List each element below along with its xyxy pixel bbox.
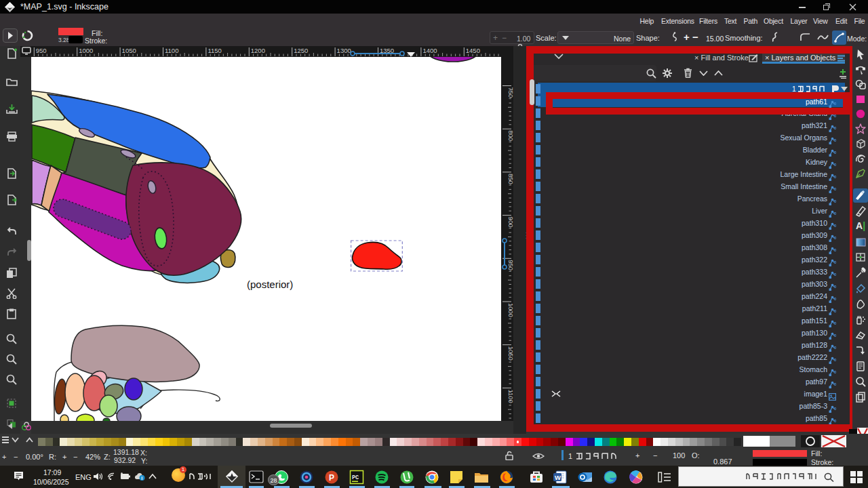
svg-text:P: P bbox=[329, 473, 334, 483]
svg-text:1000: 1000 bbox=[79, 47, 93, 54]
svg-text:PC: PC bbox=[352, 474, 359, 481]
svg-text:850: 850 bbox=[507, 174, 513, 184]
svg-text:1050: 1050 bbox=[122, 47, 136, 54]
svg-text:1150: 1150 bbox=[208, 47, 221, 54]
svg-text:1200: 1200 bbox=[251, 47, 265, 54]
svg-text:1400: 1400 bbox=[422, 47, 437, 54]
svg-text:1100: 1100 bbox=[165, 47, 178, 54]
svg-text:900: 900 bbox=[507, 217, 513, 228]
svg-text:1250: 1250 bbox=[294, 47, 308, 54]
svg-text:950: 950 bbox=[36, 47, 47, 54]
svg-text:i: i bbox=[141, 476, 142, 481]
svg-text:W: W bbox=[555, 474, 561, 481]
svg-text:1450: 1450 bbox=[466, 47, 480, 54]
svg-text:800: 800 bbox=[507, 130, 513, 141]
svg-text:1: 1 bbox=[568, 452, 572, 460]
svg-text:(posterior): (posterior) bbox=[247, 279, 293, 290]
svg-text:750: 750 bbox=[507, 87, 513, 98]
